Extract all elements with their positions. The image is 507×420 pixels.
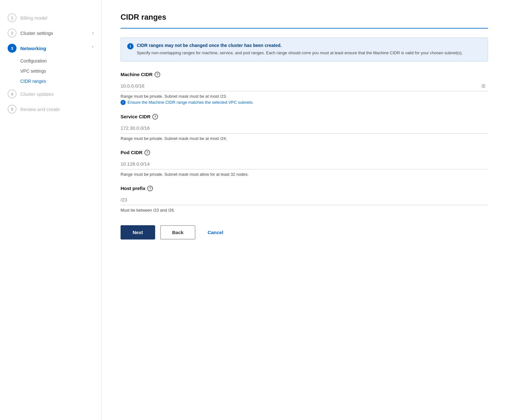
pod-cidr-label: Pod CIDR ?	[121, 150, 488, 155]
button-row: Next Back Cancel	[121, 225, 488, 240]
host-prefix-input[interactable]	[121, 194, 488, 205]
sidebar-label-billing: Billing model	[20, 15, 94, 21]
machine-cidr-input[interactable]	[121, 81, 488, 91]
table-icon: ⊞	[481, 83, 485, 89]
sub-item-cidr-ranges[interactable]: CIDR ranges	[20, 76, 101, 86]
machine-cidr-input-wrapper: ⊞	[121, 81, 488, 91]
host-prefix-input-wrapper	[121, 194, 488, 205]
sub-item-vpc-settings[interactable]: VPC settings	[20, 66, 101, 76]
sidebar-label-cluster-updates: Cluster updates	[20, 91, 94, 97]
chevron-down-icon: ˅	[92, 46, 94, 50]
host-prefix-label: Host prefix ?	[121, 186, 488, 191]
sidebar-item-cluster-settings[interactable]: 2 Cluster settings ›	[0, 25, 101, 41]
host-prefix-hint: Must be between /23 and /26.	[121, 208, 488, 213]
sidebar-label-review-create: Review and create	[20, 107, 94, 112]
host-prefix-section: Host prefix ? Must be between /23 and /2…	[121, 186, 488, 213]
networking-sub-items: Configuration VPC settings CIDR ranges	[0, 56, 101, 86]
pod-cidr-input-wrapper	[121, 159, 488, 169]
sidebar-label-networking: Networking	[20, 46, 92, 51]
pod-cidr-hint: Range must be private. Subnet mask must …	[121, 172, 488, 177]
sidebar: 1 Billing model 2 Cluster settings › 3 N…	[0, 0, 102, 420]
sidebar-item-cluster-updates[interactable]: 4 Cluster updates	[0, 86, 101, 102]
machine-cidr-label: Machine CIDR ?	[121, 72, 488, 77]
banner-text: CIDR ranges may not be changed once the …	[137, 43, 463, 56]
banner-info-icon: i	[127, 43, 134, 49]
chevron-right-icon: ›	[92, 31, 94, 35]
machine-cidr-hint-1: Range must be private. Subnet mask must …	[121, 94, 488, 99]
pod-cidr-section: Pod CIDR ? Range must be private. Subnet…	[121, 150, 488, 177]
service-cidr-input[interactable]	[121, 123, 488, 133]
info-banner: i CIDR ranges may not be changed once th…	[121, 37, 488, 62]
service-cidr-input-wrapper	[121, 123, 488, 134]
page-title: CIDR ranges	[121, 13, 488, 22]
cancel-button[interactable]: Cancel	[201, 225, 230, 240]
sidebar-item-networking[interactable]: 3 Networking ˅	[0, 41, 101, 56]
sub-item-configuration[interactable]: Configuration	[20, 56, 101, 66]
host-prefix-help-icon[interactable]: ?	[147, 186, 153, 191]
machine-cidr-section: Machine CIDR ? ⊞ Range must be private. …	[121, 72, 488, 105]
sidebar-item-review-create[interactable]: 5 Review and create	[0, 102, 101, 117]
inline-info-icon: i	[121, 100, 126, 105]
service-cidr-help-icon[interactable]: ?	[152, 114, 158, 120]
step-num-1: 1	[8, 13, 16, 22]
service-cidr-hint: Range must be private. Subnet mask must …	[121, 136, 488, 141]
machine-cidr-hint-2: i Ensure the Machine CIDR range matches …	[121, 100, 488, 105]
service-cidr-label: Service CIDR ?	[121, 114, 488, 120]
machine-cidr-help-icon[interactable]: ?	[155, 72, 160, 77]
page-divider	[121, 28, 488, 29]
pod-cidr-help-icon[interactable]: ?	[144, 150, 150, 155]
next-button[interactable]: Next	[121, 225, 155, 240]
service-cidr-section: Service CIDR ? Range must be private. Su…	[121, 114, 488, 141]
sidebar-label-cluster-settings: Cluster settings	[20, 30, 92, 36]
main-content: CIDR ranges i CIDR ranges may not be cha…	[102, 0, 507, 420]
step-num-4: 4	[8, 89, 16, 98]
step-num-5: 5	[8, 105, 16, 114]
sidebar-item-billing[interactable]: 1 Billing model	[0, 10, 101, 25]
step-num-3: 3	[8, 44, 16, 53]
back-button[interactable]: Back	[160, 225, 196, 240]
pod-cidr-input[interactable]	[121, 159, 488, 169]
step-num-2: 2	[8, 29, 16, 37]
